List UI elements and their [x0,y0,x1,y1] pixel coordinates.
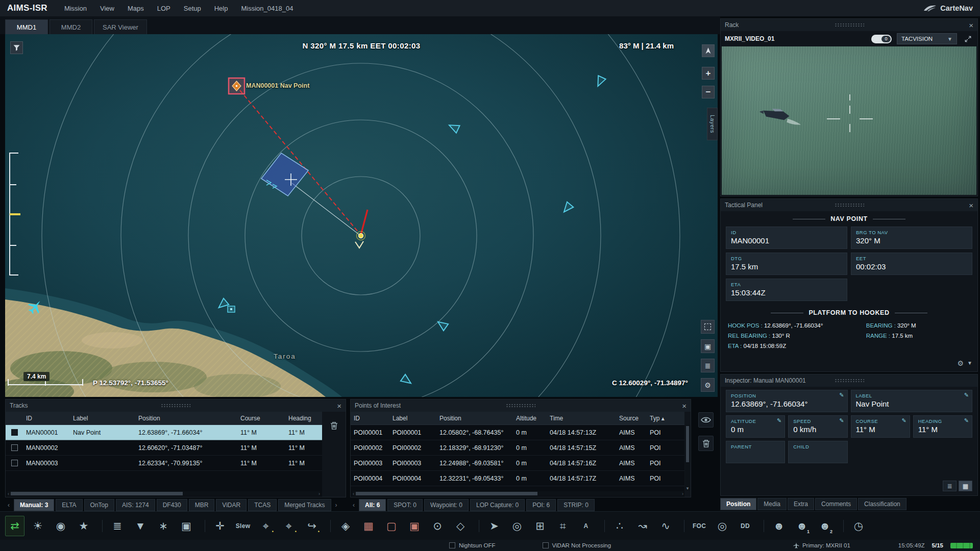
scroll-thumb[interactable] [686,426,689,462]
video-toggle[interactable]: 0 [871,35,892,43]
range-rings-icon[interactable]: ◎ [507,516,527,536]
video-mode-select[interactable]: TACVISION▼ [897,33,957,44]
media-pin-button[interactable]: ▣ [701,339,715,353]
tracks-filter-merged-tracks[interactable]: Merged Tracks [278,499,331,511]
menu-item-mission[interactable]: Mission [58,5,93,12]
layer-list-button[interactable]: ≣ [701,359,715,372]
edit-icon[interactable]: ✎ [777,417,781,424]
edit-icon[interactable]: ✎ [964,417,969,424]
poi-filter-waypoint-0[interactable]: Waypoint: 0 [424,499,469,511]
frame-capture-icon[interactable]: ▢ [382,516,401,536]
scroll-left-icon[interactable]: ‹ [353,491,354,496]
view-tab-mmd1[interactable]: MMD1 [5,19,48,34]
chevron-down-icon[interactable]: ▼ [967,360,972,366]
scroll-down-icon[interactable]: ▾ [687,486,689,491]
scroll-right-icon[interactable]: › [682,491,683,496]
poi-filter-all-6[interactable]: All: 6 [359,499,386,511]
poi-filter-strip-0[interactable]: STRIP: 0 [557,499,595,511]
link-nodes-icon[interactable]: ∴ [610,516,629,536]
close-icon[interactable]: × [337,402,341,410]
column-source[interactable]: Source [616,415,647,422]
tactical-panel-header[interactable]: Tactical Panel × [721,199,977,211]
dd-button[interactable]: DD [736,516,755,536]
drag-handle-icon[interactable] [506,404,535,408]
route-plan-icon[interactable]: ↝ [633,516,652,536]
tracks-filter-ontop[interactable]: OnTop [84,499,114,511]
scroll-right-icon[interactable]: › [333,499,340,511]
column-heading[interactable]: Heading [285,415,321,422]
operator-one-icon[interactable]: ☻1 [792,516,812,536]
operator-icon[interactable]: ☻ [769,516,789,536]
sensor-fov-icon[interactable]: ◇ [451,516,470,536]
menu-item-maps[interactable]: Maps [121,5,151,12]
grid-view-button[interactable]: ▦ [959,481,972,491]
record-icon[interactable]: ◉ [51,516,70,536]
drag-handle-icon[interactable] [835,203,864,207]
checkbox-icon[interactable] [449,542,455,548]
vidar-status[interactable]: ViDAR Not Processing [543,542,611,548]
track-list-icon[interactable]: ≣ [108,516,127,536]
inspector-tab-comments[interactable]: Comments [815,498,857,510]
video-feed[interactable] [722,46,976,195]
tracks-filter-manual-3[interactable]: Manual: 3 [14,499,54,511]
row-checkbox[interactable] [11,429,18,436]
mission-route-icon[interactable]: ⇄ [5,516,24,536]
column-position[interactable]: Position [135,415,237,422]
cue-hold-icon[interactable]: ⌖• [256,516,276,536]
close-icon[interactable]: × [969,21,973,29]
scroll-thumb[interactable] [356,492,537,495]
mission-clock-icon[interactable]: ◷ [849,516,868,536]
designate-target-icon[interactable]: ⊙ [428,516,447,536]
cue-send-icon[interactable]: ↪• [302,516,322,536]
star-add-icon[interactable]: ∗ [154,516,173,536]
drag-handle-icon[interactable] [161,404,190,408]
edit-icon[interactable]: ✎ [839,392,844,398]
nightsun-icon[interactable]: ☀ [28,516,47,536]
poi-hscrollbar[interactable]: ‹› [353,491,683,496]
poi-panel-header[interactable]: Points of Interest × [351,399,691,412]
favorite-star-icon[interactable]: ★ [74,516,93,536]
expand-view-icon[interactable]: ⌗ [553,516,573,536]
snapshot-icon[interactable]: ▣ [177,516,196,536]
gear-icon[interactable]: ⚙ [958,359,964,367]
zoom-out-button[interactable]: − [702,86,715,98]
column-label[interactable]: Label [70,415,135,422]
column-label[interactable]: Label [389,415,436,422]
signal-plot-icon[interactable]: ∿ [656,516,675,536]
geo-point-icon[interactable]: ◈ [336,516,355,536]
map-tools-button[interactable]: ⚙ [701,378,715,392]
inspector-tab-classification[interactable]: Classification [858,498,906,510]
scroll-left-icon[interactable]: ‹ [8,491,9,496]
edit-icon[interactable]: ✎ [964,392,969,398]
tracks-filter-vidar[interactable]: ViDAR [216,499,247,511]
close-icon[interactable]: × [969,202,973,209]
checkbox-icon[interactable] [543,542,549,548]
scroll-left-icon[interactable]: ‹ [5,499,12,511]
inspector-tab-position[interactable]: Position [720,498,756,510]
map-view[interactable]: N 320° M 17.5 km EET 00:02:03 83° M | 21… [5,34,718,397]
nav-point-marker[interactable] [229,78,244,94]
tracks-filter-elta[interactable]: ELTA [56,499,82,511]
tracks-filter-tcas[interactable]: TCAS [248,499,277,511]
column-time[interactable]: Time [547,415,616,422]
row-checkbox[interactable] [11,444,18,451]
poi-vscrollbar[interactable]: ▾ [685,425,690,491]
tracks-filter-mbr[interactable]: MBR [189,499,215,511]
inspector-panel-header[interactable]: Inspector: Manual MAN00001 [721,374,977,387]
view-tab-mmd2[interactable]: MMD2 [50,19,92,34]
tracks-hscrollbar[interactable]: ‹› [8,491,320,496]
frame-lock-icon[interactable]: ▣ [405,516,424,536]
column-altitude[interactable]: Altitude [513,415,547,422]
north-compass-button[interactable] [702,44,715,57]
cue-update-icon[interactable]: ⌖• [279,516,299,536]
map-filter-button[interactable] [10,41,23,54]
edit-icon[interactable]: ✎ [839,417,844,424]
view-tab-sar-viewer[interactable]: SAR Viewer [94,19,147,34]
row-checkbox[interactable] [11,460,18,466]
nightsun-status[interactable]: Nightsun OFF [449,542,496,548]
acquire-box-icon[interactable]: ⊞ [530,516,550,536]
menu-item-view[interactable]: View [93,5,121,12]
poi-row-poi00003[interactable]: POI00003POI0000312.24988°, -69.03581°0 m… [351,456,684,471]
column-typ[interactable]: Typ ▴ [647,415,670,422]
tracks-filter-ais-1274[interactable]: AIS: 1274 [116,499,155,511]
